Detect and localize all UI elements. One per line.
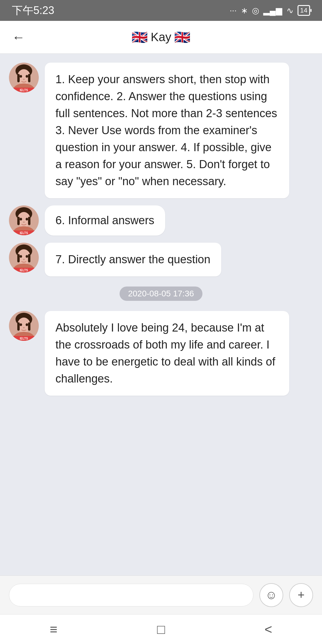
svg-point-44 — [26, 323, 28, 326]
menu-nav-icon[interactable]: ≡ — [50, 622, 58, 637]
status-bar: 下午5:23 ··· ∗ ◎ ▂▄▆ ∿ 14 — [0, 0, 322, 21]
svg-point-31 — [20, 255, 22, 258]
svg-point-33 — [23, 259, 25, 260]
avatar: IELTS — [9, 311, 39, 341]
message-bubble: 7. Directly answer the question — [45, 243, 221, 276]
chat-area: IELTS 1. Keep your answers short, then s… — [0, 54, 322, 575]
alarm-icon: ◎ — [252, 6, 259, 16]
back-button[interactable]: ← — [12, 30, 25, 45]
avatar: IELTS — [9, 63, 39, 92]
status-time: 下午5:23 — [12, 3, 54, 18]
svg-point-45 — [23, 327, 25, 328]
add-icon: + — [298, 588, 304, 602]
emoji-button[interactable]: ☺ — [259, 583, 283, 607]
svg-point-20 — [26, 218, 28, 221]
svg-point-9 — [23, 79, 25, 80]
timestamp-row: 2020-08-05 17:36 — [9, 287, 313, 301]
svg-point-32 — [26, 255, 28, 258]
back-nav-icon[interactable]: < — [264, 622, 272, 637]
svg-rect-41 — [17, 322, 20, 331]
contact-name: Kay — [151, 30, 171, 44]
avatar: IELTS — [9, 243, 39, 273]
avatar: IELTS — [9, 205, 39, 235]
svg-rect-18 — [28, 217, 30, 225]
svg-rect-42 — [28, 322, 30, 331]
svg-rect-17 — [17, 217, 20, 225]
message-text: 1. Keep your answers short, then stop wi… — [55, 73, 277, 188]
message-bubble: 1. Keep your answers short, then stop wi… — [45, 63, 289, 198]
svg-text:IELTS: IELTS — [20, 231, 28, 235]
message-text: 6. Informal answers — [55, 214, 154, 227]
svg-point-19 — [20, 218, 22, 221]
svg-rect-30 — [28, 254, 30, 262]
battery-icon: 14 — [298, 5, 310, 16]
svg-text:IELTS: IELTS — [20, 337, 28, 340]
svg-rect-5 — [17, 74, 20, 82]
emoji-icon: ☺ — [265, 588, 278, 602]
message-bubble: 6. Informal answers — [45, 205, 165, 236]
svg-point-8 — [26, 75, 28, 78]
message-bubble: Absolutely I love being 24, because I'm … — [45, 311, 289, 396]
home-nav-icon[interactable]: □ — [157, 622, 165, 637]
status-icons: ··· ∗ ◎ ▂▄▆ ∿ 14 — [230, 5, 310, 16]
svg-point-43 — [20, 323, 22, 326]
svg-point-7 — [20, 75, 22, 78]
message-text: Absolutely I love being 24, because I'm … — [55, 321, 275, 385]
message-row: IELTS 7. Directly answer the question — [9, 243, 313, 276]
bluetooth-icon: ∗ — [241, 6, 248, 16]
svg-text:IELTS: IELTS — [20, 89, 28, 92]
svg-rect-6 — [28, 74, 30, 82]
chat-header: ← 🇬🇧 Kay 🇬🇧 — [0, 21, 322, 54]
svg-text:IELTS: IELTS — [20, 269, 28, 272]
bottom-nav: ≡ □ < — [0, 614, 322, 644]
message-row: IELTS Absolutely I love being 24, becaus… — [9, 311, 313, 396]
message-row: IELTS 6. Informal answers — [9, 205, 313, 236]
flag-right-icon: 🇬🇧 — [174, 30, 191, 45]
wifi-icon: ∿ — [287, 6, 293, 16]
svg-rect-29 — [17, 254, 20, 262]
add-button[interactable]: + — [289, 583, 313, 607]
message-row: IELTS 1. Keep your answers short, then s… — [9, 63, 313, 198]
header-title: 🇬🇧 Kay 🇬🇧 — [131, 30, 191, 45]
timestamp-badge: 2020-08-05 17:36 — [120, 287, 202, 301]
message-input[interactable] — [9, 584, 253, 606]
dots-icon: ··· — [230, 6, 236, 15]
signal-icon: ▂▄▆ — [263, 6, 282, 16]
svg-point-21 — [23, 222, 25, 223]
message-text: 7. Directly answer the question — [55, 253, 210, 266]
flag-left-icon: 🇬🇧 — [131, 30, 148, 45]
input-bar: ☺ + — [0, 575, 322, 614]
